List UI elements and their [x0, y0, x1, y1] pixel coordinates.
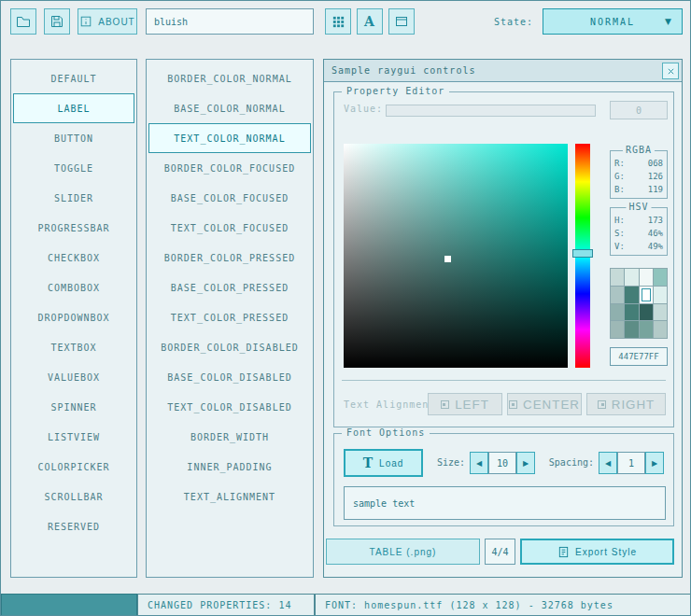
list-item-colorpicker[interactable]: COLORPICKER: [13, 452, 134, 482]
rgba-title: RGBA: [623, 145, 655, 155]
toolbar: ABOUT A State: NO: [1, 1, 691, 46]
status-font: FONT: homespun.ttf (128 x 128) - 32768 b…: [315, 594, 691, 616]
export-style-label: Export Style: [575, 547, 637, 557]
rgba-group: RGBA R: 068 G: 126 B: 119: [610, 150, 668, 199]
hue-slider-marker[interactable]: [572, 249, 593, 258]
color-swatch-4[interactable]: [611, 287, 624, 303]
color-swatch-9[interactable]: [625, 304, 638, 321]
rgba-g-value: 126: [648, 171, 663, 183]
hue-bar[interactable]: [575, 144, 590, 368]
list-item-progressbar[interactable]: PROGRESSBAR: [13, 213, 134, 243]
hsv-s-row: S: 46%: [614, 228, 663, 240]
list-item-border-width[interactable]: BORDER_WIDTH: [148, 422, 311, 452]
list-item-border-color-disabled[interactable]: BORDER_COLOR_DISABLED: [148, 332, 311, 362]
size-increment[interactable]: ▶: [516, 452, 535, 474]
hsv-h-row: H: 173: [614, 215, 663, 227]
list-item-listview[interactable]: LISTVIEW: [13, 422, 134, 452]
list-item-textbox[interactable]: TEXTBOX: [13, 332, 134, 362]
color-swatch-14[interactable]: [640, 321, 653, 338]
list-item-base-color-disabled[interactable]: BASE_COLOR_DISABLED: [148, 362, 311, 392]
hex-value-box[interactable]: 447E77FF: [610, 347, 668, 366]
folder-open-icon: [16, 14, 31, 29]
value-label: Value:: [344, 104, 383, 114]
about-button[interactable]: ABOUT: [78, 8, 137, 35]
size-decrement[interactable]: ◀: [470, 452, 488, 474]
spacing-decrement[interactable]: ◀: [599, 452, 617, 474]
sample-textbox[interactable]: sample text: [344, 486, 666, 520]
statusbar: CHANGED PROPERTIES: 14 FONT: homespun.tt…: [1, 594, 691, 616]
list-item-scrollbar[interactable]: SCROLLBAR: [13, 482, 134, 511]
hsv-group: HSV H: 173 S: 46% V: 49%: [610, 207, 668, 256]
color-swatch-5[interactable]: [625, 287, 638, 303]
list-item-toggle[interactable]: TOGGLE: [13, 153, 134, 183]
align-left-button[interactable]: LEFT: [428, 393, 502, 415]
status-changed: CHANGED PROPERTIES: 14: [137, 594, 315, 616]
list-item-text-color-pressed[interactable]: TEXT_COLOR_PRESSED: [148, 302, 311, 332]
list-item-checkbox[interactable]: CHECKBOX: [13, 243, 134, 273]
color-swatch-15[interactable]: [654, 321, 667, 338]
color-swatch-13[interactable]: [625, 321, 638, 338]
color-swatch-8[interactable]: [611, 304, 624, 321]
color-swatch-7[interactable]: [654, 287, 667, 303]
size-value[interactable]: 10: [488, 452, 516, 474]
save-button[interactable]: [44, 8, 70, 35]
color-swatch-2[interactable]: [640, 269, 653, 286]
list-item-slider[interactable]: SLIDER: [13, 183, 134, 213]
list-item-button[interactable]: BUTTON: [13, 123, 134, 153]
color-swatch-6[interactable]: [640, 287, 653, 303]
color-swatch-grid: [610, 268, 668, 339]
load-button[interactable]: T Load: [344, 449, 423, 477]
list-item-inner-padding[interactable]: INNER_PADDING: [148, 452, 311, 482]
list-item-dropdownbox[interactable]: DROPDOWNBOX: [13, 302, 134, 332]
color-swatch-10[interactable]: [640, 304, 653, 321]
close-icon: [667, 67, 675, 76]
align-right-button[interactable]: RIGHT: [586, 393, 666, 415]
list-item-text-color-normal[interactable]: TEXT_COLOR_NORMAL: [148, 123, 311, 153]
align-center-button[interactable]: CENTER: [507, 393, 582, 415]
align-right-label: RIGHT: [612, 398, 655, 412]
export-counter: 4/4: [485, 539, 515, 565]
window-view-button[interactable]: [388, 8, 415, 35]
color-swatch-12[interactable]: [611, 321, 624, 338]
list-item-border-color-focused[interactable]: BORDER_COLOR_FOCUSED: [148, 153, 311, 183]
color-swatch-3[interactable]: [654, 269, 667, 286]
spacing-value[interactable]: 1: [617, 452, 645, 474]
list-item-base-color-pressed[interactable]: BASE_COLOR_PRESSED: [148, 273, 311, 302]
list-item-border-color-normal[interactable]: BORDER_COLOR_NORMAL: [148, 63, 311, 93]
window-close-button[interactable]: [662, 63, 679, 79]
list-item-reserved[interactable]: RESERVED: [13, 511, 134, 541]
list-item-text-color-disabled[interactable]: TEXT_COLOR_DISABLED: [148, 392, 311, 422]
list-item-spinner[interactable]: SPINNER: [13, 392, 134, 422]
list-item-label[interactable]: LABEL: [13, 93, 134, 123]
font-view-button[interactable]: A: [357, 8, 383, 35]
hsv-s-label: S:: [614, 228, 625, 240]
value-box[interactable]: 0: [610, 101, 668, 119]
color-swatch-0[interactable]: [611, 269, 624, 286]
sample-window-titlebar[interactable]: Sample raygui controls: [324, 60, 682, 82]
font-a-icon: A: [364, 14, 375, 29]
rgba-b-row: B: 119: [614, 184, 663, 196]
font-t-icon: T: [363, 455, 374, 470]
list-item-base-color-normal[interactable]: BASE_COLOR_NORMAL: [148, 93, 311, 123]
list-item-border-color-pressed[interactable]: BORDER_COLOR_PRESSED: [148, 243, 311, 273]
grid-view-button[interactable]: [325, 8, 351, 35]
table-export-button[interactable]: TABLE (.png): [326, 539, 480, 565]
list-item-text-color-focused[interactable]: TEXT_COLOR_FOCUSED: [148, 213, 311, 243]
value-slider[interactable]: [386, 105, 596, 117]
color-swatch-11[interactable]: [654, 304, 667, 321]
color-panel[interactable]: [344, 144, 568, 368]
spacing-increment[interactable]: ▶: [645, 452, 664, 474]
list-item-combobox[interactable]: COMBOBOX: [13, 273, 134, 302]
color-swatch-1[interactable]: [625, 269, 638, 286]
list-item-valuebox[interactable]: VALUEBOX: [13, 362, 134, 392]
list-item-default[interactable]: DEFAULT: [13, 63, 134, 93]
list-item-text-alignment[interactable]: TEXT_ALIGNMENT: [148, 482, 311, 511]
open-button[interactable]: [10, 8, 36, 35]
export-style-button[interactable]: Export Style: [520, 539, 674, 565]
state-dropdown[interactable]: NORMAL ▼: [543, 8, 683, 35]
sample-window: Sample raygui controls Property Editor V…: [323, 59, 683, 578]
list-item-base-color-focused[interactable]: BASE_COLOR_FOCUSED: [148, 183, 311, 213]
hsv-h-value: 173: [648, 215, 663, 227]
style-name-input[interactable]: [146, 8, 314, 35]
color-panel-cursor[interactable]: [444, 256, 451, 262]
